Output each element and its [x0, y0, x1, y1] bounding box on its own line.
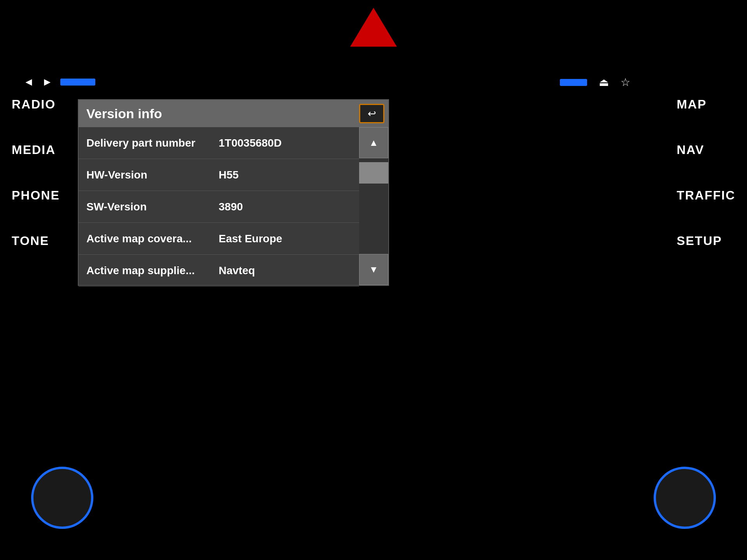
active-map-supplier-label: Active map supplie...	[86, 264, 219, 277]
sw-version-label: SW-Version	[86, 201, 219, 213]
info-list: Delivery part number 1T0035680D HW-Versi…	[79, 127, 359, 285]
delivery-part-number-value: 1T0035680D	[219, 137, 282, 149]
hw-version-value: H55	[219, 169, 238, 181]
top-left-controls: ◄ ►	[23, 76, 95, 88]
back-button[interactable]: ↩	[359, 104, 384, 123]
main-screen: Version info ↩ Delivery part number 1T00…	[78, 99, 389, 286]
radio-button[interactable]: RADIO	[12, 97, 60, 112]
top-right-controls: ⏏ ☆	[560, 76, 630, 89]
left-navigation: RADIO MEDIA PHONE TONE	[12, 97, 60, 248]
content-area: Delivery part number 1T0035680D HW-Versi…	[79, 127, 388, 285]
left-volume-knob[interactable]	[31, 467, 93, 529]
phone-button[interactable]: PHONE	[12, 188, 60, 203]
tone-button[interactable]: TONE	[12, 234, 60, 248]
table-row: HW-Version H55	[79, 159, 359, 191]
next-arrow-button[interactable]: ►	[42, 76, 53, 88]
favorite-star-icon[interactable]: ☆	[621, 76, 630, 89]
setup-button[interactable]: SETUP	[677, 234, 735, 248]
table-row: Active map covera... East Europe	[79, 223, 359, 255]
scroll-up-icon: ▲	[369, 137, 379, 148]
traffic-button[interactable]: TRAFFIC	[677, 188, 735, 203]
title-bar: Version info ↩	[79, 100, 388, 127]
hazard-light-icon	[350, 8, 397, 47]
map-button[interactable]: MAP	[677, 97, 735, 112]
prev-arrow-button[interactable]: ◄	[23, 76, 34, 88]
blue-indicator-bar-right	[560, 79, 587, 86]
scroll-track	[359, 158, 388, 254]
active-map-coverage-label: Active map covera...	[86, 233, 219, 245]
screen-title: Version info	[86, 106, 162, 121]
media-button[interactable]: MEDIA	[12, 143, 60, 157]
scroll-down-icon: ▼	[369, 264, 379, 275]
right-navigation: MAP NAV TRAFFIC SETUP	[677, 97, 735, 248]
sw-version-value: 3890	[219, 201, 243, 213]
delivery-part-number-label: Delivery part number	[86, 137, 219, 149]
right-control-knob[interactable]	[654, 467, 716, 529]
nav-button[interactable]: NAV	[677, 143, 735, 157]
scroll-down-button[interactable]: ▼	[359, 254, 388, 285]
table-row: Active map supplie... Navteq	[79, 255, 359, 287]
blue-indicator-bar	[60, 79, 95, 86]
active-map-supplier-value: Navteq	[219, 264, 255, 277]
hw-version-label: HW-Version	[86, 169, 219, 181]
scrollbar: ▲ ▼	[359, 127, 388, 285]
table-row: Delivery part number 1T0035680D	[79, 127, 359, 159]
scroll-up-button[interactable]: ▲	[359, 127, 388, 158]
back-arrow-icon: ↩	[368, 108, 376, 120]
table-row: SW-Version 3890	[79, 191, 359, 223]
active-map-coverage-value: East Europe	[219, 233, 282, 245]
scroll-thumb[interactable]	[359, 162, 388, 184]
eject-icon[interactable]: ⏏	[599, 76, 609, 89]
